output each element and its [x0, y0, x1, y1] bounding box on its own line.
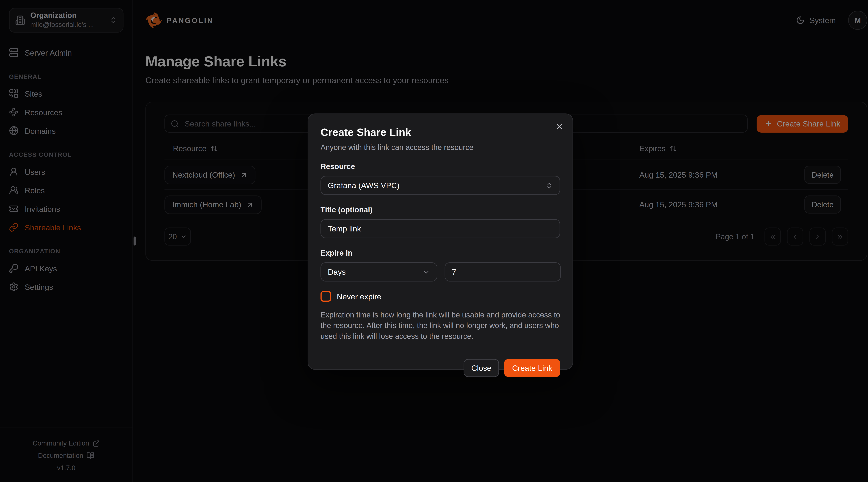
expire-unit-value: Days [328, 267, 346, 277]
never-expire-row[interactable]: Never expire [320, 291, 560, 302]
resource-field-label: Resource [320, 162, 560, 171]
expire-unit-select[interactable]: Days [320, 262, 437, 282]
never-expire-label: Never expire [337, 292, 381, 301]
app-window: Organization milo@fossorial.io's ... Ser… [0, 0, 868, 482]
modal-subtitle: Anyone with this link can access the res… [320, 143, 560, 152]
close-button[interactable]: Close [464, 359, 499, 377]
create-share-link-modal: Create Share Link Anyone with this link … [308, 113, 573, 370]
resource-select-value: Grafana (AWS VPC) [328, 181, 399, 190]
never-expire-checkbox[interactable] [320, 291, 331, 302]
chevron-down-icon [423, 268, 430, 276]
chevrons-up-down-icon [546, 182, 553, 189]
expire-value-input-wrap [444, 262, 561, 282]
expire-value-input[interactable] [452, 267, 553, 277]
expire-field-label: Expire In [320, 249, 560, 257]
title-input[interactable] [328, 224, 553, 233]
close-icon [555, 122, 564, 131]
modal-title: Create Share Link [320, 126, 560, 139]
expiration-description: Expiration time is how long the link wil… [320, 310, 560, 342]
expire-row: Days [320, 257, 560, 282]
title-input-wrap [320, 219, 560, 238]
modal-actions: Close Create Link [320, 359, 560, 377]
create-link-button[interactable]: Create Link [504, 359, 560, 377]
modal-close-button[interactable] [555, 122, 564, 131]
resource-select[interactable]: Grafana (AWS VPC) [320, 176, 560, 195]
title-field-label: Title (optional) [320, 205, 560, 214]
